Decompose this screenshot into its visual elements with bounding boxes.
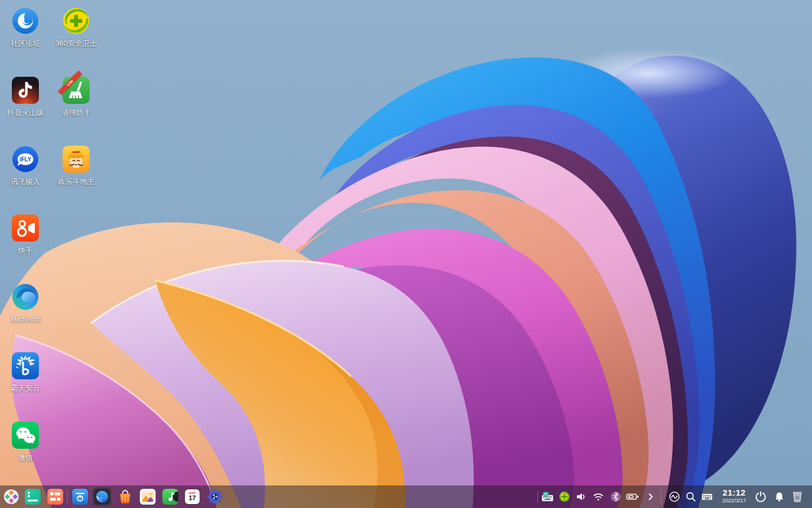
- community-forum-icon: [12, 7, 39, 34]
- desktop-icon-label: 快手: [0, 246, 51, 255]
- desktop-icon-label: 抖音火山版: [0, 108, 51, 117]
- desktop-icon-kuaishou[interactable]: 快手: [0, 214, 51, 255]
- battery-icon[interactable]: [626, 491, 639, 502]
- notifications-icon[interactable]: [774, 491, 785, 502]
- desktop-icon-360-security[interactable]: 360安全卫士: [51, 7, 102, 48]
- search-icon[interactable]: [685, 491, 696, 502]
- svg-text:iFLY: iFLY: [20, 156, 32, 163]
- clock-time: 21:12: [715, 488, 753, 497]
- bluetooth-icon[interactable]: [610, 491, 621, 502]
- desktop-icon-doudizhu[interactable]: 欢乐斗地主: [51, 146, 102, 186]
- microsoft-edge-icon: [12, 283, 39, 310]
- trash-icon[interactable]: [791, 490, 804, 503]
- browser-icon: [94, 489, 110, 505]
- expand-tray-icon[interactable]: [645, 491, 656, 502]
- desktop-icon-label: 360安全卫士: [51, 38, 102, 48]
- launcher-icon[interactable]: [3, 489, 19, 505]
- tray-separator: [661, 491, 661, 503]
- desktop-icon-label: 讯飞输入: [0, 177, 51, 186]
- desktop-icon-microsoft-edge[interactable]: Microsoft: [0, 283, 51, 324]
- wifi-icon[interactable]: [593, 491, 604, 502]
- desktop-icon-cleaner[interactable]: Lite 清理助手: [51, 77, 102, 117]
- multitasking-view-icon[interactable]: [47, 489, 63, 505]
- desktop-icon-ifly-input[interactable]: iFLY 讯飞输入: [0, 146, 51, 186]
- desktop-icon-label: 社区论坛: [0, 38, 51, 48]
- desktop-icon-wechat[interactable]: 微信: [0, 422, 51, 462]
- desktop-icon-douyin-volcano[interactable]: 抖音火山版: [0, 77, 51, 117]
- music-icon[interactable]: [162, 489, 178, 505]
- ifly-input-icon: iFLY: [12, 146, 39, 173]
- photos-icon[interactable]: [140, 489, 156, 505]
- calendar-day: 17: [185, 494, 200, 501]
- desktop-icon-label: 欢乐斗地主: [51, 177, 102, 186]
- happy-doudizhu-icon: [63, 146, 90, 173]
- svg-text:中: 中: [544, 492, 548, 496]
- show-desktop-icon[interactable]: [25, 489, 41, 505]
- desktop-screen: { "wallpaper": { "style": "bloom-ribbons…: [0, 0, 812, 508]
- desktop-icon-label: Microsoft: [0, 314, 51, 324]
- desktop-icon-label: 微信: [0, 453, 51, 462]
- calendar-icon[interactable]: MAR 17 ····: [184, 489, 200, 505]
- douyin-volcano-icon: [12, 77, 39, 104]
- clock[interactable]: 21:12 2022/3/17: [715, 488, 753, 504]
- control-center-icon[interactable]: [207, 489, 223, 505]
- batian-anyun-icon: [12, 352, 39, 379]
- tray-separator: [537, 491, 538, 503]
- kuaishou-icon: [12, 214, 39, 242]
- desktop-icon-label: 清理助手: [51, 108, 102, 117]
- wechat-icon: [12, 422, 39, 449]
- wallpaper-bloom: [0, 0, 812, 508]
- volume-icon[interactable]: [575, 491, 586, 502]
- browser-active-highlight[interactable]: [92, 487, 112, 506]
- system-monitor-icon[interactable]: [669, 491, 680, 502]
- dock-separator: [67, 491, 68, 503]
- shutdown-icon[interactable]: [754, 491, 767, 503]
- taskbar: MAR 17 ····: [0, 485, 812, 508]
- onscreen-keyboard-icon[interactable]: [701, 491, 713, 502]
- 360-tray-icon[interactable]: [559, 491, 570, 502]
- input-method-icon[interactable]: 中: [541, 491, 555, 502]
- cleaner-assistant-icon: Lite: [63, 77, 90, 104]
- file-manager-icon[interactable]: [72, 489, 88, 505]
- 360-security-icon: [63, 7, 90, 34]
- desktop-icon-batian-anyun[interactable]: 霸天安云: [0, 352, 51, 393]
- app-store-icon[interactable]: [117, 489, 133, 505]
- clock-date: 2022/3/17: [715, 497, 753, 504]
- desktop-icon-label: 霸天安云: [0, 383, 51, 393]
- desktop-icon-community-forum[interactable]: 社区论坛: [0, 7, 51, 48]
